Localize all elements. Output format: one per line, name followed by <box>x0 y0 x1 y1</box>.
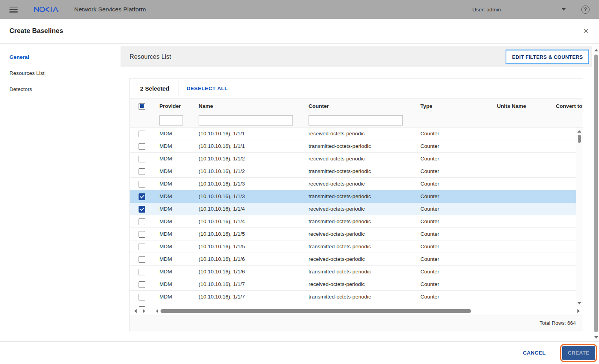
column-header-type[interactable]: Type <box>420 103 497 109</box>
page-right-icon[interactable] <box>143 309 145 313</box>
page-scrollbar-thumb[interactable] <box>594 55 598 332</box>
close-icon[interactable]: ✕ <box>583 28 589 35</box>
selection-bar: 2 Selected DESELECT ALL <box>130 78 583 98</box>
page-vertical-scrollbar[interactable] <box>593 46 599 341</box>
table-row[interactable]: MDM(10.10.10.16), 1/1/3received-octets-p… <box>130 178 576 190</box>
deselect-all-button[interactable]: DESELECT ALL <box>186 86 228 91</box>
cell-counter: transmitted-octets-periodic <box>309 218 420 224</box>
cell-counter: received-octets-periodic <box>309 281 420 287</box>
row-checkbox[interactable] <box>139 256 145 263</box>
horizontal-scroll-thumb[interactable] <box>161 309 471 313</box>
sidebar-item-general[interactable]: General <box>0 49 120 65</box>
logo-letter-k <box>46 7 49 12</box>
table-row[interactable]: MDM(10.10.10.16), 1/1/2received-octets-p… <box>130 153 576 165</box>
table-row[interactable]: MDM(10.10.10.16), 1/1/7received-octets-p… <box>130 278 576 291</box>
sidebar-item-detectors[interactable]: Detectors <box>0 81 120 97</box>
logo-letter-n <box>35 7 38 12</box>
row-checkbox[interactable] <box>139 294 145 300</box>
cell-provider: MDM <box>159 156 199 162</box>
counter-filter-input[interactable] <box>309 115 403 126</box>
table-row[interactable]: MDM(10.10.10.16), 1/1/4transmitted-octet… <box>130 215 576 228</box>
scroll-up-icon[interactable] <box>577 130 581 133</box>
cell-name: (10.10.10.16), 1/1/6 <box>199 269 309 275</box>
cell-type: Counter <box>420 168 497 174</box>
column-header-units-name[interactable]: Units Name <box>497 103 556 109</box>
edit-filters-counters-button[interactable]: EDIT FILTERS & COUNTERS <box>506 49 589 64</box>
cell-type: Counter <box>420 244 497 249</box>
scroll-left-icon[interactable] <box>156 309 158 313</box>
create-button[interactable]: CREATE <box>562 346 595 360</box>
table-row[interactable]: MDM(10.10.10.16), 1/1/6transmitted-octet… <box>130 266 576 278</box>
table-vertical-scrollbar[interactable] <box>576 127 583 307</box>
cell-provider: MDM <box>159 168 199 174</box>
cell-counter: received-octets-periodic <box>309 181 420 187</box>
cell-name: (10.10.10.16), 1/2/1 <box>199 306 309 307</box>
row-checkbox[interactable] <box>139 156 145 162</box>
table-row[interactable]: MDM(10.10.10.16), 1/1/1transmitted-octet… <box>130 140 576 153</box>
cell-provider: MDM <box>159 131 199 136</box>
column-header-convert-to[interactable]: Convert to <box>556 103 583 109</box>
divider <box>179 80 179 96</box>
row-checkbox[interactable] <box>139 244 145 250</box>
row-checkbox[interactable] <box>139 269 145 275</box>
column-header-provider[interactable]: Provider <box>159 103 199 109</box>
provider-filter-input[interactable] <box>159 115 183 126</box>
table-filter-row <box>130 114 583 127</box>
table-row[interactable]: MDM(10.10.10.16), 1/1/6received-octets-p… <box>130 253 576 266</box>
table-horizontal-scrollbar <box>130 307 583 315</box>
row-checkbox[interactable] <box>139 131 145 137</box>
cell-name: (10.10.10.16), 1/1/4 <box>199 218 309 224</box>
row-checkbox[interactable] <box>139 281 145 288</box>
section-header: Resources List EDIT FILTERS & COUNTERS <box>121 46 592 67</box>
table-row[interactable]: MDM(10.10.10.16), 1/1/3transmitted-octet… <box>130 190 576 203</box>
user-menu-label[interactable]: User: admin <box>472 7 501 13</box>
sidebar-item-resources-list[interactable]: Resources List <box>0 65 120 81</box>
cancel-button[interactable]: CANCEL <box>523 350 546 356</box>
scroll-right-icon[interactable] <box>577 309 580 313</box>
table-row[interactable]: MDM(10.10.10.16), 1/1/5received-octets-p… <box>130 228 576 240</box>
cell-type: Counter <box>420 181 497 187</box>
page-left-icon[interactable] <box>134 309 137 313</box>
cell-counter: received-octets-periodic <box>309 231 420 237</box>
table-row[interactable]: MDM(10.10.10.16), 1/1/7transmitted-octet… <box>130 291 576 303</box>
scrollbar-thumb[interactable] <box>578 135 581 143</box>
horizontal-scroll-track[interactable] <box>161 309 574 313</box>
cell-provider: MDM <box>159 306 199 307</box>
cell-name: (10.10.10.16), 1/1/2 <box>199 156 309 162</box>
cell-name: (10.10.10.16), 1/1/2 <box>199 168 309 174</box>
scroll-down-icon[interactable] <box>594 336 598 339</box>
table-row[interactable]: MDM(10.10.10.16), 1/1/5transmitted-octet… <box>130 240 576 253</box>
row-checkbox[interactable] <box>139 231 145 238</box>
help-icon[interactable]: ? <box>581 5 590 14</box>
row-checkbox[interactable] <box>139 143 145 150</box>
name-filter-input[interactable] <box>199 115 293 126</box>
row-checkbox[interactable] <box>139 193 145 200</box>
column-header-counter[interactable]: Counter <box>309 103 420 109</box>
row-checkbox[interactable] <box>139 218 145 225</box>
cell-provider: MDM <box>159 181 199 187</box>
table-row[interactable]: MDM(10.10.10.16), 1/1/4received-octets-p… <box>130 203 576 215</box>
row-checkbox[interactable] <box>139 306 145 307</box>
cell-name: (10.10.10.16), 1/1/1 <box>199 131 309 136</box>
cell-counter: received-octets-periodic <box>309 256 420 262</box>
row-checkbox[interactable] <box>139 181 145 187</box>
app-window: Network Services Platform User: admin ? … <box>0 0 599 364</box>
row-checkbox[interactable] <box>139 206 145 213</box>
cell-counter: transmitted-octets-periodic <box>309 269 420 275</box>
cell-type: Counter <box>420 156 497 162</box>
cell-type: Counter <box>420 143 497 149</box>
scroll-up-icon[interactable] <box>594 49 598 51</box>
menu-icon[interactable] <box>9 7 18 13</box>
cell-counter: transmitted-octets-periodic <box>309 143 420 149</box>
chevron-down-icon[interactable] <box>562 8 566 11</box>
table-header-row: Provider Name Counter Type Units Name Co… <box>130 98 583 114</box>
table-row[interactable]: MDM(10.10.10.16), 1/1/1received-octets-p… <box>130 127 576 140</box>
divider <box>152 309 152 313</box>
row-checkbox[interactable] <box>139 168 145 175</box>
select-all-checkbox[interactable] <box>139 103 145 110</box>
scroll-down-icon[interactable] <box>577 302 581 304</box>
table-row[interactable]: MDM(10.10.10.16), 1/1/2transmitted-octet… <box>130 165 576 178</box>
table-row[interactable]: MDM(10.10.10.16), 1/2/1received-octets-p… <box>130 303 576 307</box>
cell-type: Counter <box>420 193 497 199</box>
column-header-name[interactable]: Name <box>199 103 309 109</box>
